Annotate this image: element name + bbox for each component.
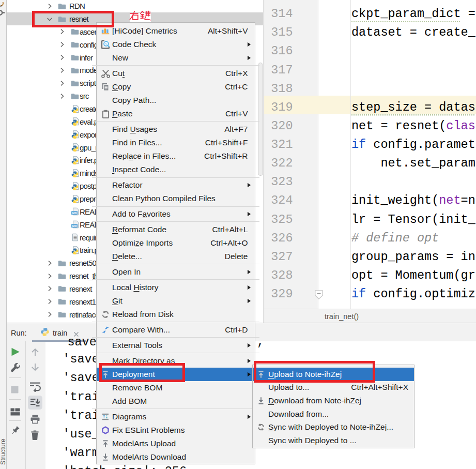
svg-text:<: < [105,42,108,46]
svg-text:MD: MD [72,211,77,215]
svg-text:MD: MD [72,224,77,228]
